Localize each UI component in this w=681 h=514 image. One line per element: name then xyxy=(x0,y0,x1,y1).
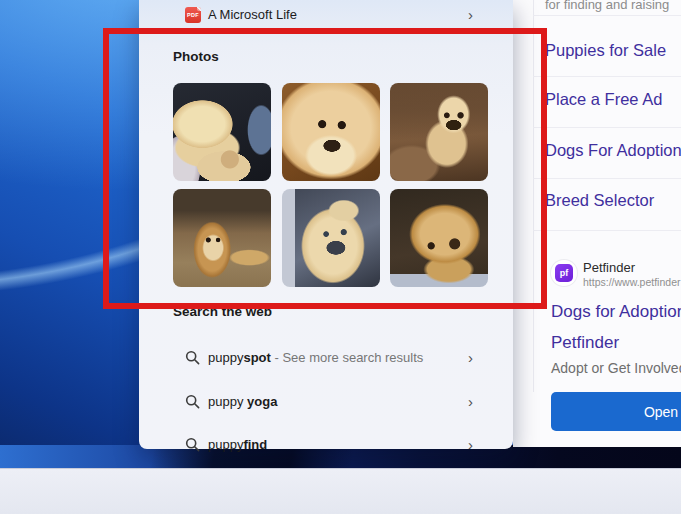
browser-results-panel: for finding and raising Puppies for Sale… xyxy=(513,0,681,447)
search-icon xyxy=(185,437,200,452)
photo-thumbnail[interactable] xyxy=(390,83,488,181)
chevron-right-icon: › xyxy=(468,394,473,409)
petfinder-result-description: Adopt or Get Involved xyxy=(551,360,681,376)
search-icon xyxy=(185,394,200,409)
result-snippet: for finding and raising xyxy=(545,0,681,12)
suggestion-puppyspot[interactable]: puppyspot - See more search results › xyxy=(147,336,505,378)
suggestion-text: puppy xyxy=(208,437,243,452)
top-result-label: A Microsoft Life xyxy=(208,7,297,22)
result-link-dogs-for-adoption[interactable]: Dogs For Adoption xyxy=(545,141,681,160)
search-icon xyxy=(185,350,200,365)
top-result-microsoft-life[interactable]: PDF A Microsoft Life › xyxy=(147,1,505,28)
petfinder-site-url: https://www.petfinder xyxy=(583,276,680,288)
photo-thumbnail[interactable] xyxy=(282,83,380,181)
taskbar: Puppy PRE T xyxy=(0,468,681,514)
suggestion-text: puppy xyxy=(208,350,243,365)
chevron-right-icon: › xyxy=(468,437,473,452)
open-button[interactable]: Open xyxy=(551,392,681,431)
chevron-right-icon: › xyxy=(468,350,473,365)
results-card-edge xyxy=(533,0,534,392)
petfinder-favicon-icon: pf xyxy=(551,260,577,286)
suggestion-puppyfind[interactable]: puppyfind › xyxy=(147,423,505,465)
result-link-puppies-for-sale[interactable]: Puppies for Sale xyxy=(545,41,681,60)
result-link-breed-selector[interactable]: Breed Selector xyxy=(545,191,681,210)
result-link-place-free-ad[interactable]: Place a Free Ad xyxy=(545,90,681,109)
suggestion-text: puppy xyxy=(208,394,247,409)
suggestion-suffix: - See more search results xyxy=(271,350,423,365)
photos-section-header: Photos xyxy=(173,49,219,64)
search-web-section-header: Search the web xyxy=(173,304,272,319)
suggestion-puppy-yoga[interactable]: puppy yoga › xyxy=(147,380,505,422)
petfinder-result-title-line1[interactable]: Dogs for Adoption xyxy=(551,302,681,322)
photo-thumbnail[interactable] xyxy=(173,189,271,287)
photo-thumbnail[interactable] xyxy=(390,189,488,287)
petfinder-result-title-line2[interactable]: Petfinder xyxy=(551,333,619,353)
petfinder-site-name: Petfinder xyxy=(583,260,635,275)
desktop-screen: for finding and raising Puppies for Sale… xyxy=(0,0,681,514)
chevron-right-icon: › xyxy=(468,7,473,22)
photo-thumbnail[interactable] xyxy=(173,83,271,181)
photo-thumbnail[interactable] xyxy=(282,189,380,287)
search-flyout-panel: PDF A Microsoft Life › Photos Search the… xyxy=(139,0,513,449)
pdf-file-icon: PDF xyxy=(185,7,201,23)
